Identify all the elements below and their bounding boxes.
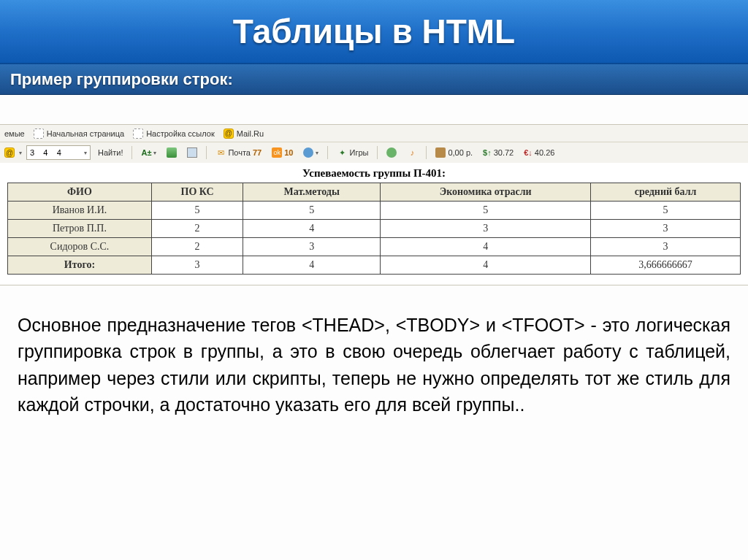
at-icon: @	[224, 129, 234, 139]
search-input[interactable]	[30, 148, 81, 157]
ok-icon: ok	[272, 147, 282, 158]
table-row: Петров П.П. 2 4 3 3	[8, 220, 741, 238]
puzzle-icon: ✦	[337, 147, 347, 158]
col-poks: ПО КС	[151, 183, 243, 202]
table-caption: Успеваемость группы П-401:	[7, 167, 741, 180]
highlight-icon	[167, 147, 177, 158]
font-size-button[interactable]: A±▾	[138, 147, 159, 158]
wallet-button[interactable]: 0,00 р.	[432, 146, 476, 159]
example-table-area: Успеваемость группы П-401: ФИО ПО КС Мат…	[0, 163, 748, 285]
table-head: ФИО ПО КС Мат.методы Экономика отрасли с…	[8, 183, 741, 202]
search-input-wrap: ▾	[26, 145, 91, 160]
music-icon: ♪	[407, 147, 417, 158]
eur-rate: €↓40.26	[521, 147, 557, 158]
slide-subtitle-bar: Пример группировки строк:	[0, 64, 748, 95]
slide-subtitle: Пример группировки строк:	[10, 70, 233, 89]
separator	[206, 146, 207, 159]
page-icon	[133, 129, 143, 139]
chat-icon	[386, 147, 397, 158]
wallet-icon	[435, 147, 446, 158]
slide-title: Таблицы в HTML	[233, 12, 515, 51]
table-row: Иванов И.И. 5 5 5 5	[8, 202, 741, 220]
separator	[131, 146, 132, 159]
separator	[377, 146, 378, 159]
chevron-down-icon[interactable]: ▾	[19, 150, 22, 156]
at-icon[interactable]: @	[4, 147, 15, 158]
col-avg: средний балл	[591, 183, 741, 202]
bookmark-links[interactable]: Настройка ссылок	[133, 129, 215, 139]
games-button[interactable]: ✦Игры	[334, 146, 371, 159]
col-econ: Экономика отрасли	[381, 183, 591, 202]
misc-button-1[interactable]	[383, 146, 400, 159]
separator	[426, 146, 427, 159]
bookmarks-bar: емые Начальная страница Настройка ссылок…	[0, 125, 748, 142]
browser-chrome: емые Начальная страница Настройка ссылок…	[0, 124, 748, 285]
mailru-toolbar: @▾ ▾ Найти! A±▾ ✉Почта 77 ok10 ▾ ✦Игры ♪…	[0, 142, 748, 163]
find-button[interactable]: Найти!	[95, 147, 126, 158]
my-world-button[interactable]: ▾	[300, 146, 321, 159]
table-foot: Итого: 3 4 4 3,666666667	[8, 256, 741, 275]
envelope-icon: ✉	[215, 147, 226, 158]
camera-icon	[187, 147, 197, 158]
col-name: ФИО	[8, 183, 152, 202]
mail-button[interactable]: ✉Почта 77	[213, 146, 264, 159]
col-math: Мат.методы	[243, 183, 381, 202]
chevron-down-icon[interactable]: ▾	[84, 150, 87, 156]
odnoklassniki-button[interactable]: ok10	[269, 146, 296, 159]
bookmark-mailru[interactable]: @Mail.Ru	[224, 129, 264, 139]
highlight-button[interactable]	[164, 146, 180, 159]
globe-icon	[303, 147, 313, 158]
usd-rate: $↑30.72	[480, 147, 516, 158]
bookmark-fragment: емые	[4, 129, 25, 138]
slide-title-bar: Таблицы в HTML	[0, 0, 748, 64]
bookmark-home[interactable]: Начальная страница	[34, 129, 124, 139]
table-row: Сидоров С.С. 2 3 4 3	[8, 238, 741, 256]
body-paragraph: Основное предназначение тегов <THEAD>, <…	[0, 285, 748, 418]
misc-button-2[interactable]: ♪	[404, 146, 420, 159]
grades-table: ФИО ПО КС Мат.методы Экономика отрасли с…	[7, 183, 741, 275]
table-body: Иванов И.И. 5 5 5 5 Петров П.П. 2 4 3 3 …	[8, 202, 741, 256]
separator	[327, 146, 328, 159]
page-icon	[34, 129, 44, 139]
screenshot-button[interactable]	[184, 146, 200, 159]
